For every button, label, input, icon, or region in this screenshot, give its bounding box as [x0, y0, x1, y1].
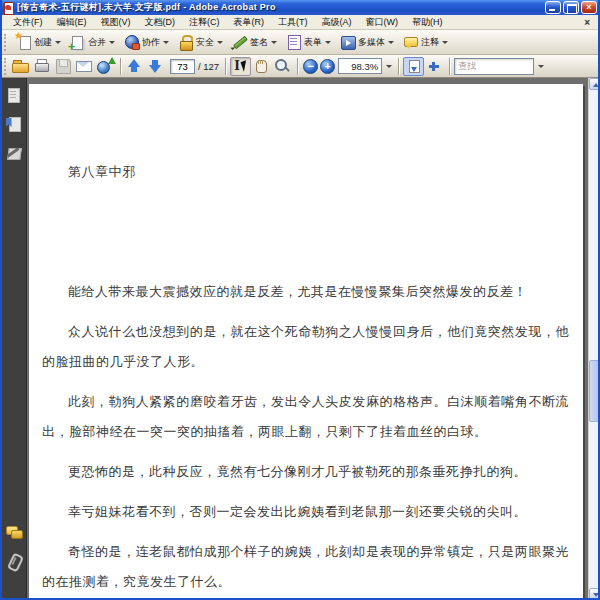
toolbar-separator	[297, 58, 298, 75]
document-text: 第八章中邪 能给人带来最大震撼效应的就是反差，尤其是在慢慢聚集后突然爆发的反差！…	[42, 162, 569, 597]
collaborate-label: 协作	[142, 36, 160, 49]
combine-button[interactable]: 合并	[65, 32, 119, 53]
sign-label: 签名	[250, 36, 268, 49]
file-toolbar: / 127 − + 98.3%	[0, 55, 600, 78]
pages-panel-icon[interactable]	[5, 87, 22, 103]
menu-document[interactable]: 文档(D)	[138, 15, 183, 30]
pen-icon	[231, 34, 248, 50]
marquee-zoom-icon[interactable]	[272, 57, 293, 76]
zoom-out-icon[interactable]: −	[303, 59, 318, 74]
chevron-down-icon	[388, 41, 394, 44]
find-dropdown-button[interactable]	[534, 58, 546, 74]
toolbar-separator	[449, 58, 450, 75]
print-icon[interactable]	[32, 57, 53, 76]
lock-icon	[177, 34, 194, 50]
paragraph: 幸亏姐妹花看不到，否则一定会发出比婉姨看到老鼠那一刻还要尖锐的尖叫。	[42, 497, 569, 527]
page-number-input[interactable]	[170, 59, 195, 74]
chevron-down-icon	[109, 41, 115, 44]
collaborate-icon	[123, 34, 140, 50]
scroll-down-icon[interactable]	[589, 588, 600, 600]
chapter-title: 第八章中邪	[42, 162, 569, 181]
collaborate-button[interactable]: 协作	[119, 32, 173, 53]
chevron-down-icon	[271, 41, 277, 44]
menu-edit[interactable]: 编辑(E)	[50, 15, 94, 30]
toolbar-grip[interactable]	[4, 34, 8, 51]
hand-tool-icon[interactable]	[251, 57, 272, 76]
upload-globe-icon[interactable]	[95, 57, 116, 76]
acrobat-window: [传古奇术-五行谜村].未六羊.文字版.pdf - Adobe Acrobat …	[0, 0, 600, 600]
select-tool-icon[interactable]	[230, 57, 251, 76]
paragraph: 更恐怖的是，此种反应，竟然有七分像刚才几乎被勒死的那条垂死挣扎的狗。	[42, 457, 569, 487]
comment-button[interactable]: 注释	[398, 32, 452, 53]
bookmarks-panel-icon[interactable]	[5, 116, 22, 132]
toolbar-separator	[398, 58, 399, 75]
comments-panel-icon[interactable]	[5, 524, 22, 540]
save-icon-disabled	[53, 57, 74, 76]
create-button[interactable]: 创建	[11, 32, 65, 53]
acrobat-pdf-icon	[3, 2, 14, 13]
chevron-down-icon	[163, 41, 169, 44]
forms-label: 表单	[304, 36, 322, 49]
title-bar: [传古奇术-五行谜村].未六羊.文字版.pdf - Adobe Acrobat …	[0, 0, 600, 15]
toolbar-separator	[225, 58, 226, 75]
window-title: [传古奇术-五行谜村].未六羊.文字版.pdf - Adobe Acrobat …	[17, 1, 545, 14]
menu-advanced[interactable]: 高级(A)	[315, 15, 359, 30]
speech-bubble-icon	[402, 34, 419, 50]
paragraph: 能给人带来最大震撼效应的就是反差，尤其是在慢慢聚集后突然爆发的反差！	[42, 277, 569, 307]
secure-button[interactable]: 安全	[173, 32, 227, 53]
chevron-down-icon	[386, 65, 392, 68]
scrolling-mode-icon[interactable]	[403, 57, 424, 76]
scrollbar-thumb[interactable]	[589, 360, 600, 422]
minimize-button[interactable]	[545, 1, 561, 14]
navigation-panel	[0, 78, 27, 600]
document-viewport[interactable]: 第八章中邪 能给人带来最大震撼效应的就是反差，尤其是在慢慢聚集后突然爆发的反差！…	[27, 78, 588, 600]
menu-forms[interactable]: 表单(R)	[227, 15, 272, 30]
content-area: 第八章中邪 能给人带来最大震撼效应的就是反差，尤其是在慢慢聚集后突然爆发的反差！…	[0, 78, 600, 600]
fit-page-icon[interactable]	[424, 57, 445, 76]
sign-button[interactable]: 签名	[227, 32, 281, 53]
menu-bar: 文件(F) 编辑(E) 视图(V) 文档(D) 注释(C) 表单(R) 工具(T…	[0, 15, 600, 30]
open-folder-icon[interactable]	[11, 57, 32, 76]
menu-file[interactable]: 文件(F)	[6, 15, 50, 30]
multimedia-button[interactable]: 多媒体	[335, 32, 398, 53]
close-button[interactable]: ×	[581, 1, 597, 14]
zoom-dropdown-button[interactable]	[382, 58, 394, 74]
find-input[interactable]	[454, 58, 534, 75]
vertical-scrollbar[interactable]	[588, 78, 600, 600]
combine-label: 合并	[88, 36, 106, 49]
menubar-close-icon[interactable]: ×	[580, 17, 594, 28]
page-total-label: / 127	[198, 61, 219, 72]
menu-window[interactable]: 窗口(W)	[359, 15, 406, 30]
forms-button[interactable]: 表单	[281, 32, 335, 53]
create-label: 创建	[34, 36, 52, 49]
paragraph: 奇怪的是，连老鼠都怕成那个样子的婉姨，此刻却是表现的异常镇定，只是两眼聚光的在推…	[42, 537, 569, 597]
create-icon	[15, 34, 32, 50]
scroll-up-icon[interactable]	[589, 78, 600, 90]
attachments-panel-icon[interactable]	[5, 553, 22, 569]
signatures-panel-icon[interactable]	[5, 145, 22, 161]
chevron-down-icon	[325, 41, 331, 44]
zoom-in-icon[interactable]: +	[320, 59, 335, 74]
chevron-down-icon	[442, 41, 448, 44]
next-page-icon[interactable]	[146, 57, 167, 76]
comment-label: 注释	[421, 36, 439, 49]
menu-comments[interactable]: 注释(C)	[182, 15, 227, 30]
form-icon	[285, 34, 302, 50]
menu-tools[interactable]: 工具(T)	[271, 15, 315, 30]
paragraph: 众人说什么也没想到的是，就在这个死命勒狗之人慢慢回身后，他们竟突然发现，他的脸扭…	[42, 317, 569, 377]
toolbar-grip[interactable]	[4, 58, 8, 75]
toolbar-separator	[120, 58, 121, 75]
previous-page-icon[interactable]	[125, 57, 146, 76]
zoom-level-value[interactable]: 98.3%	[338, 58, 382, 74]
menu-help[interactable]: 帮助(H)	[405, 15, 450, 30]
email-icon[interactable]	[74, 57, 95, 76]
combine-icon	[69, 34, 86, 50]
multimedia-label: 多媒体	[358, 36, 385, 49]
paragraph: 此刻，勒狗人紧紧的磨咬着牙齿，发出令人头皮发麻的格格声。白沫顺着嘴角不断流出，脸…	[42, 387, 569, 447]
chevron-down-icon	[538, 65, 544, 68]
maximize-button[interactable]	[563, 1, 579, 14]
chevron-down-icon	[217, 41, 223, 44]
menu-view[interactable]: 视图(V)	[94, 15, 138, 30]
chevron-down-icon	[55, 41, 61, 44]
multimedia-icon	[339, 34, 356, 50]
